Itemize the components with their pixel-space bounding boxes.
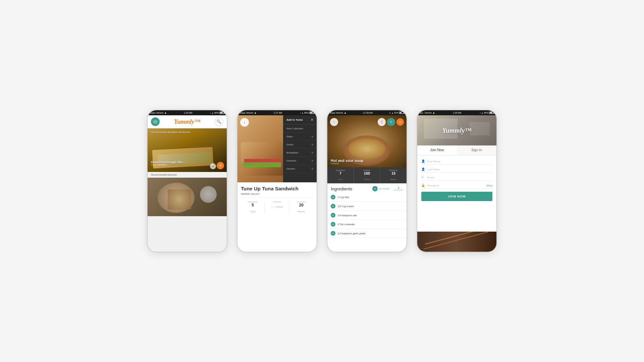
menu-button[interactable] <box>151 117 160 126</box>
status-right: ☽ ▲ 86% <box>479 112 494 114</box>
wifi-icon: ▲ <box>432 111 435 114</box>
menu-item-label: Breakfasts <box>286 151 298 154</box>
menu-dot <box>312 160 313 162</box>
footer-image <box>417 232 496 252</box>
add-ingredient-button[interactable]: + <box>331 231 335 236</box>
yum-button[interactable]: Y <box>387 118 395 126</box>
menu-item-label: Desserts <box>286 159 297 162</box>
menu-item-new-collection[interactable]: New Collection <box>283 125 317 133</box>
auth-tabs: Join Now Sign In <box>417 145 496 156</box>
stat-num: 7 <box>327 171 354 175</box>
recipe1-caption: Deep-fried Dough Stic... FOOD REPUBLIC <box>151 161 185 166</box>
screen2-status-bar: ●●●● Verizon ▲ 1:27 AM ☽ ▲ 86% <box>237 110 317 115</box>
time-text: 1:26 AM <box>453 112 462 114</box>
join-now-tab[interactable]: Join Now <box>417 145 457 155</box>
battery-pct: 86% <box>214 112 219 114</box>
email-row: ✉ Email <box>421 174 492 181</box>
section2 <box>148 178 227 216</box>
menu-item-label: Sides <box>286 135 293 138</box>
location-icon: ▲ <box>212 112 214 114</box>
stat-num: 5 <box>241 203 265 207</box>
menu-item-drinks[interactable]: Drinks <box>283 141 317 149</box>
battery-icon <box>489 112 494 114</box>
screen1-navbar: Yummly™ 🔍 <box>148 115 227 128</box>
menu-item-desserts[interactable]: Desserts <box>283 157 317 165</box>
menu-item-label: Dinners <box>286 167 295 170</box>
email-placeholder[interactable]: Email <box>427 176 492 179</box>
lock-icon: 🔒 <box>421 184 425 187</box>
yummly-logo: Yummly™ <box>174 118 200 125</box>
ingredients-title: Ingredients <box>331 186 352 191</box>
show-password-link[interactable]: Show <box>486 184 492 187</box>
password-placeholder[interactable]: Password <box>427 184 484 187</box>
first-name-placeholder[interactable]: First Name <box>427 160 492 163</box>
add-ingredient-button[interactable]: + <box>331 195 335 199</box>
recipe-source: FOODS2 <box>331 163 363 165</box>
battery-pct: 86% <box>304 112 309 114</box>
add-ingredient-button[interactable]: + <box>331 204 335 208</box>
battery-fill <box>310 112 313 113</box>
moon-icon: ☽ <box>299 112 301 114</box>
screens-container: ●●●● Verizon ▲ 1:28 AM ☽ ▲ 86% Yummly™ 🔍 <box>147 110 497 252</box>
menu-item-breakfasts[interactable]: Breakfasts <box>283 149 317 157</box>
chopstick-2 <box>423 232 488 250</box>
last-name-placeholder[interactable]: Last Name <box>427 168 492 171</box>
user-icon: 👤 <box>421 160 425 163</box>
action-buttons: ⤴ Y Y <box>378 118 404 126</box>
battery-pct: 52% <box>394 112 398 114</box>
screen1-phone: ●●●● Verizon ▲ 1:28 AM ☽ ▲ 86% Yummly™ 🔍 <box>147 110 227 252</box>
yum-badge[interactable]: Y <box>217 162 224 169</box>
sign-in-tab-label: Sign In <box>471 148 482 152</box>
share-button[interactable]: ⤴ <box>378 118 386 126</box>
top-navigation: ‹ ⤴ Y Y <box>330 118 404 126</box>
ingredients-header: Ingredients + ALL TO LIST 4 SERVINGS <box>327 183 407 193</box>
email-icon: ✉ <box>421 176 425 179</box>
share-btn[interactable]: + <box>210 163 216 169</box>
stat-num: 15 <box>380 171 407 175</box>
stat-nutrition: Nutrition 160 Calories <box>354 167 380 183</box>
add-all-label: ALL TO LIST <box>379 188 390 190</box>
menu-dot <box>312 144 313 145</box>
recipe-info: Tune Up Tuna Sandwich HIDDEN VALLEY Ingr… <box>237 182 317 252</box>
menu-item-label: New Collection <box>286 127 303 130</box>
menu-item-sides[interactable]: Sides <box>283 133 317 141</box>
servings-area: 4 SERVINGS <box>394 187 403 191</box>
yummly-logo: Yummly™ <box>442 127 471 134</box>
recipe-stats: Ingredients 5 Count Nutrition ··· Calori… <box>241 198 313 214</box>
sign-in-tab[interactable]: Sign In <box>457 145 496 155</box>
status-left: ●●●● Verizon ▲ <box>330 111 346 114</box>
back-button[interactable]: ‹ <box>240 118 249 127</box>
status-right: ☽ ▲ 86% <box>299 112 314 114</box>
first-name-row: 👤 First Name <box>421 158 492 165</box>
yum-badge-label: Y <box>219 164 221 167</box>
join-now-button[interactable]: JOIN NOW <box>421 192 492 201</box>
dessert-cucumber <box>200 186 217 203</box>
moon-icon: ☽ <box>209 112 211 114</box>
join-form: 👤 First Name 👤 Last Name ✉ Email 🔒 Passw… <box>417 156 496 232</box>
search-button[interactable]: 🔍 <box>215 117 223 126</box>
recipe-title: Tune Up Tuna Sandwich <box>241 186 313 192</box>
ingredient-text: 1/2 Cup cream <box>337 205 354 208</box>
back-button[interactable]: ‹ <box>330 118 338 126</box>
menu-dot <box>312 152 313 154</box>
status-left: ●●●● Verizon ▲ <box>240 111 257 114</box>
screen2-top-area: ‹ ⤴ Y Add to Yums ✕ New Collection Sides <box>237 115 317 182</box>
time-text: 1:27 AM <box>274 112 282 114</box>
search-icon: 🔍 <box>216 119 221 124</box>
menu-close[interactable]: ✕ <box>311 118 313 122</box>
add-ingredient-button[interactable]: + <box>331 213 335 218</box>
ingredient-item-2: + 1/2 Cup cream <box>327 202 407 211</box>
add-all-button[interactable]: + <box>372 186 378 191</box>
menu-item-dinners[interactable]: Dinners <box>283 165 317 173</box>
add-all-text: ALL TO LIST <box>379 188 390 190</box>
carrier-text: ●●●● Verizon <box>330 112 343 114</box>
ingredient-text: 1/4 teaspoon salt <box>337 214 357 217</box>
recipe1-source: FOOD REPUBLIC <box>151 164 185 166</box>
carrier-text: ●●●● Verizon <box>150 112 163 114</box>
stat-directions: Directions 20 Minutes <box>289 201 313 214</box>
stats-bar: Ingredients 7 Count Nutrition 160 Calori… <box>327 167 407 183</box>
recipe1-title: Deep-fried Dough Stic... <box>151 161 185 164</box>
camera-icon: ⊙ <box>389 112 391 114</box>
add-ingredient-button[interactable]: + <box>331 222 335 227</box>
ingredients-actions: + ALL TO LIST 4 SERVINGS <box>372 186 403 191</box>
